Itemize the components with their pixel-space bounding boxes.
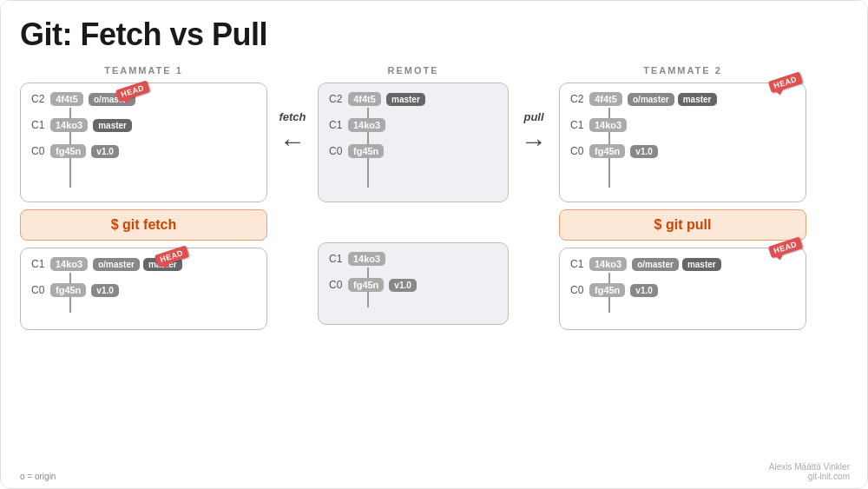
commit-label: C1 [329, 119, 348, 131]
commit-hash: fg45n [50, 283, 86, 297]
branch-v1: v1.0 [91, 145, 118, 158]
branch-omaster: o/master [628, 93, 674, 106]
teammate1-label: TEAMMATE 1 [20, 65, 267, 76]
commit-label: C1 [31, 258, 50, 270]
branch-v1: v1.0 [630, 145, 657, 158]
fetch-arrow-area: fetch ← [271, 110, 314, 156]
commit-hash: 14ko3 [348, 252, 385, 266]
branch-omaster: o/master [93, 258, 140, 271]
commit-label: C0 [329, 145, 348, 157]
commit-row-c2: C2 4f4t5 o/master [31, 92, 256, 106]
remote-spacer [318, 202, 509, 242]
commit-hash: 4f4t5 [348, 92, 381, 106]
commit-label: C1 [570, 119, 589, 131]
teammate1-top-diagram: HEAD C2 4f4t5 o/master C1 14ko3 master C… [20, 83, 267, 202]
branch-omaster: o/master [632, 258, 679, 271]
commit-label: C0 [570, 145, 589, 157]
commit-hash: 14ko3 [589, 118, 627, 132]
commit-hash: fg45n [348, 144, 384, 158]
pull-command-box: $ git pull [559, 209, 806, 241]
right-arrow-icon: → [521, 127, 547, 156]
pull-label: pull [523, 110, 543, 123]
commit-label: C1 [329, 253, 348, 265]
commit-row-c1: C1 14ko3 master [31, 118, 256, 132]
commit-hash: fg45n [589, 283, 625, 297]
commit-row-c1-bottom: C1 14ko3 o/master master [31, 257, 256, 271]
page-title: Git: Fetch vs Pull [20, 17, 850, 53]
commit-label: C1 [570, 258, 589, 270]
commit-hash: fg45n [348, 278, 384, 292]
commit-label: C0 [31, 284, 50, 296]
commit-row-c0-bottom: C0 fg45n v1.0 [31, 283, 256, 297]
t2-c2-row: C2 4f4t5 o/master master [570, 92, 795, 106]
commit-hash: 4f4t5 [589, 92, 622, 106]
t2-bottom-c1-row: C1 14ko3 o/master master [570, 257, 795, 271]
branch-master: master [678, 93, 717, 106]
commit-label: C0 [570, 284, 589, 296]
teammate1-bottom-diagram: HEAD C1 14ko3 o/master master C0 fg45n v… [20, 248, 267, 330]
commit-label: C2 [31, 93, 50, 105]
remote-label: REMOTE [318, 65, 509, 76]
remote-c2-row: C2 4f4t5 master [329, 92, 497, 106]
branch-master: master [93, 119, 132, 132]
commit-label: C1 [31, 119, 50, 131]
commit-label: C0 [329, 279, 348, 291]
commit-row-c0: C0 fg45n v1.0 [31, 144, 256, 158]
branch-master: master [682, 258, 721, 271]
remote-c0-row: C0 fg45n [329, 144, 497, 158]
remote-c1-row: C1 14ko3 [329, 118, 497, 132]
commit-hash: 14ko3 [50, 257, 88, 271]
teammate2-label: TEAMMATE 2 [559, 65, 806, 76]
t2-c0-row: C0 fg45n v1.0 [570, 144, 795, 158]
teammate2-bottom-diagram: HEAD C1 14ko3 o/master master C0 fg45n v… [559, 248, 806, 330]
teammate2-column: TEAMMATE 2 HEAD C2 4f4t5 o/master master… [559, 65, 806, 330]
fetch-command-box: $ git fetch [20, 209, 267, 241]
left-arrow-icon: ← [279, 127, 306, 156]
commit-hash: 14ko3 [50, 118, 88, 132]
fetch-label: fetch [279, 110, 306, 123]
branch-v1: v1.0 [91, 284, 118, 297]
commit-hash: 4f4t5 [50, 92, 83, 106]
page: Git: Fetch vs Pull TEAMMATE 1 HEAD C2 4f… [1, 1, 868, 489]
commit-hash: 14ko3 [589, 257, 627, 271]
commit-label: C2 [570, 93, 589, 105]
commit-hash: fg45n [589, 144, 625, 158]
teammate2-top-diagram: HEAD C2 4f4t5 o/master master C1 14ko3 C… [559, 83, 806, 202]
footer-credit: Alexis Määttä Vinkler git-init.com [769, 462, 850, 481]
remote-bottom-c0-row: C0 fg45n v1.0 [329, 278, 497, 292]
main-content: TEAMMATE 1 HEAD C2 4f4t5 o/master C1 14k… [20, 65, 850, 330]
remote-column: REMOTE C2 4f4t5 master C1 14ko3 C0 fg45n [318, 65, 509, 325]
remote-bottom-diagram: C1 14ko3 C0 fg45n v1.0 [318, 242, 509, 325]
commit-label: C2 [329, 93, 348, 105]
branch-master: master [386, 93, 425, 106]
remote-top-diagram: C2 4f4t5 master C1 14ko3 C0 fg45n [318, 83, 509, 202]
commit-label: C0 [31, 145, 50, 157]
footer-note: o = origin [20, 472, 56, 481]
remote-bottom-c1-row: C1 14ko3 [329, 252, 497, 266]
branch-v1: v1.0 [389, 279, 416, 292]
t2-c1-row: C1 14ko3 [570, 118, 795, 132]
branch-v1: v1.0 [630, 284, 657, 297]
t2-bottom-c0-row: C0 fg45n v1.0 [570, 283, 795, 297]
teammate1-column: TEAMMATE 1 HEAD C2 4f4t5 o/master C1 14k… [20, 65, 267, 330]
commit-hash: 14ko3 [348, 118, 385, 132]
commit-hash: fg45n [50, 144, 86, 158]
pull-arrow-area: pull → [512, 110, 556, 156]
